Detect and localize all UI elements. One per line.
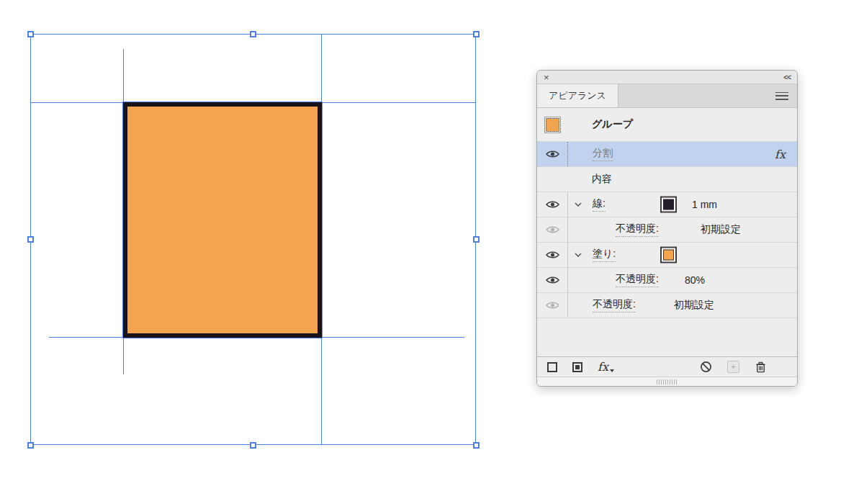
appearance-item-group-opacity[interactable]: 不透明度: 初期設定 [537, 293, 797, 318]
tab-appearance[interactable]: アピアランス [537, 84, 618, 107]
fx-menu-icon[interactable]: fx [598, 360, 614, 374]
panel-menu-icon[interactable] [775, 92, 788, 100]
eye-icon[interactable] [546, 200, 559, 209]
opacity-label[interactable]: 不透明度: [616, 273, 659, 287]
clear-appearance-icon[interactable] [700, 361, 712, 373]
close-icon[interactable]: × [544, 73, 549, 82]
opacity-value: 初期設定 [674, 299, 714, 312]
fill-label[interactable]: 塗り: [593, 248, 616, 262]
new-fill-icon[interactable] [572, 362, 582, 372]
contents-label: 内容 [592, 173, 612, 186]
artwork-rectangle[interactable] [123, 102, 322, 338]
fill-color-swatch[interactable] [660, 247, 677, 264]
opacity-label[interactable]: 不透明度: [593, 298, 636, 312]
appearance-item-fill[interactable]: 塗り: [537, 243, 797, 268]
appearance-item-stroke[interactable]: 線: 1 mm [537, 192, 797, 217]
resize-grip-icon[interactable] [657, 379, 678, 384]
eye-icon[interactable] [546, 225, 559, 234]
panel-resize-strip [537, 377, 797, 386]
selection-handle-s[interactable] [250, 442, 256, 449]
illustrator-workspace: × << アピアランス グループ [0, 0, 864, 504]
collapse-panel-icon[interactable]: << [783, 73, 791, 81]
stroke-weight-value: 1 mm [692, 199, 717, 210]
panel-toolbar: fx + [537, 356, 797, 377]
opacity-value: 80% [685, 274, 705, 286]
opacity-value: 初期設定 [701, 223, 741, 236]
stroke-label[interactable]: 線: [593, 197, 606, 212]
eye-icon[interactable] [546, 251, 559, 259]
opacity-label[interactable]: 不透明度: [616, 222, 659, 237]
divide-effect-label[interactable]: 分割 [593, 147, 613, 161]
chevron-down-icon[interactable] [575, 253, 582, 257]
appearance-item-fill-opacity[interactable]: 不透明度: 80% [537, 268, 797, 293]
appearance-list: グループ 分割 fx 内容 [537, 108, 797, 356]
eye-icon[interactable] [546, 276, 559, 284]
panel-titlebar: × << [537, 71, 797, 84]
eye-icon[interactable] [546, 150, 559, 158]
stroke-color-swatch[interactable] [660, 197, 677, 213]
chevron-down-icon[interactable] [575, 202, 582, 207]
selection-handle-nw[interactable] [27, 31, 34, 37]
selection-handle-se[interactable] [473, 442, 480, 449]
appearance-item-group[interactable]: グループ [537, 108, 797, 142]
fx-icon: fx [775, 148, 786, 161]
appearance-item-divide[interactable]: 分割 fx [537, 142, 797, 167]
group-label: グループ [592, 118, 633, 131]
selection-handle-w[interactable] [27, 236, 34, 243]
appearance-list-empty-area [537, 318, 797, 356]
selection-handle-e[interactable] [473, 236, 480, 243]
appearance-item-contents[interactable]: 内容 [537, 167, 797, 192]
group-thumbnail [544, 117, 561, 133]
new-stroke-icon[interactable] [547, 362, 557, 372]
panel-tabbar: アピアランス [537, 84, 797, 108]
duplicate-item-icon[interactable]: + [727, 361, 739, 373]
appearance-item-stroke-opacity[interactable]: 不透明度: 初期設定 [537, 217, 797, 243]
appearance-panel: × << アピアランス グループ [536, 70, 798, 387]
selection-handle-ne[interactable] [473, 31, 480, 37]
selection-handle-sw[interactable] [27, 442, 34, 449]
trash-icon[interactable] [755, 361, 767, 373]
selection-handle-n[interactable] [250, 31, 256, 37]
eye-icon[interactable] [546, 301, 559, 310]
